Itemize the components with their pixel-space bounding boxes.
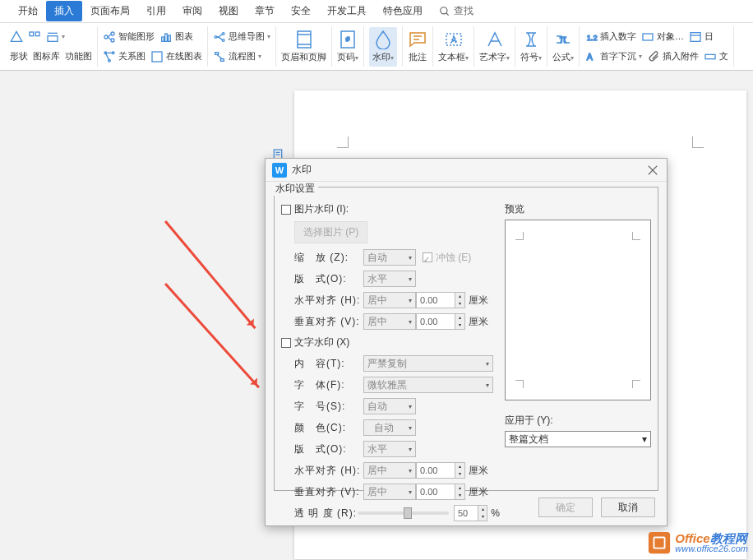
ribbon-date[interactable]: 日 xyxy=(689,30,714,44)
tab-view[interactable]: 视图 xyxy=(210,1,247,21)
halign1-spinner[interactable]: 0.00 xyxy=(416,292,455,308)
spin-buttons[interactable]: ▴▾ xyxy=(455,462,465,479)
layout2-label: 版 式(O): xyxy=(294,442,363,456)
menu-tabs: 开始 插入 页面布局 引用 审阅 视图 章节 安全 开发工具 特色应用 查找 xyxy=(0,0,753,23)
ribbon-textfield[interactable]: 文 xyxy=(704,50,728,63)
ribbon-comment[interactable]: 批注 xyxy=(408,27,427,67)
halign1-select[interactable]: 居中▾ xyxy=(363,292,416,308)
content-select[interactable]: 严禁复制▾ xyxy=(363,355,493,372)
tab-special[interactable]: 特色应用 xyxy=(375,1,431,21)
fieldset-label: 水印设置 xyxy=(272,182,318,196)
ribbon-object[interactable]: 对象… xyxy=(641,30,684,44)
comment-icon xyxy=(408,30,427,49)
tab-insert[interactable]: 插入 xyxy=(46,1,82,21)
tab-layout[interactable]: 页面布局 xyxy=(82,1,138,21)
svg-point-23 xyxy=(222,39,224,41)
spin-buttons[interactable]: ▴▾ xyxy=(478,505,487,521)
ribbon-textbox[interactable]: A文本框▾ xyxy=(438,27,469,67)
ribbon-shapes[interactable] xyxy=(10,30,23,44)
halign2-spinner[interactable]: 0.00 xyxy=(416,462,455,479)
apply-to-label: 应用于 (Y): xyxy=(505,414,651,428)
search-box[interactable]: 查找 xyxy=(439,4,474,18)
func-icon xyxy=(46,30,59,44)
pagenum-icon: # xyxy=(338,30,358,49)
cancel-button[interactable]: 取消 xyxy=(601,498,655,517)
valign1-spinner[interactable]: 0.00 xyxy=(416,313,455,330)
ok-button[interactable]: 确定 xyxy=(538,498,593,517)
ribbon-watermark[interactable]: 水印▾ xyxy=(369,27,397,67)
fontsize-select[interactable]: 自动▾ xyxy=(363,398,416,414)
text-watermark-checkbox[interactable] xyxy=(281,338,291,348)
svg-line-19 xyxy=(105,53,109,60)
erode-checkbox[interactable]: ✓ xyxy=(423,252,432,262)
tab-chapter[interactable]: 章节 xyxy=(247,1,283,21)
svg-rect-27 xyxy=(298,31,311,48)
tab-security[interactable]: 安全 xyxy=(283,1,319,21)
tab-reference[interactable]: 引用 xyxy=(138,1,174,21)
halign2-select[interactable]: 居中▾ xyxy=(363,462,416,479)
image-watermark-checkbox[interactable] xyxy=(281,205,291,215)
ribbon-relation[interactable]: 关系图 xyxy=(103,50,146,63)
opacity-spinner[interactable]: 50 xyxy=(454,505,478,521)
ribbon-headerfooter[interactable]: 页眉和页脚 xyxy=(281,27,326,67)
office-logo-icon xyxy=(647,530,672,555)
ribbon-smartart[interactable]: 智能图形 xyxy=(103,30,155,44)
ribbon-funcchart-label[interactable]: 功能图 xyxy=(65,50,92,62)
ribbon-wordart[interactable]: 艺术字▾ xyxy=(479,27,510,67)
zoom-select[interactable]: 自动▾ xyxy=(363,249,416,266)
spin-buttons[interactable]: ▴▾ xyxy=(455,292,465,308)
ribbon-iconlib[interactable] xyxy=(28,30,41,44)
halign2-label: 水平对齐 (H): xyxy=(294,464,363,478)
ribbon-symbol[interactable]: 符号▾ xyxy=(520,27,542,67)
svg-point-9 xyxy=(111,39,114,42)
preview-box xyxy=(505,220,651,400)
ribbon-chart[interactable]: 图表 xyxy=(159,30,193,44)
tab-devtools[interactable]: 开发工具 xyxy=(319,1,375,21)
ribbon-formula[interactable]: π公式▾ xyxy=(552,27,574,67)
ribbon-flowchart[interactable]: 流程图▾ xyxy=(213,50,261,63)
svg-rect-5 xyxy=(48,35,58,41)
select-image-button[interactable]: 选择图片 (P) xyxy=(294,221,367,243)
ribbon-mindmap[interactable]: 思维导图▾ xyxy=(213,30,270,44)
svg-rect-42 xyxy=(705,54,715,58)
spin-buttons[interactable]: ▴▾ xyxy=(455,484,465,500)
ribbon-iconlib-label[interactable]: 图标库 xyxy=(33,50,60,62)
site-watermark-logo: Office教程网 www.office26.com xyxy=(647,530,748,555)
ribbon-pagenumber[interactable]: #页码▾ xyxy=(337,27,358,67)
ribbon-onlinechart[interactable]: 在线图表 xyxy=(150,50,202,63)
valign2-select[interactable]: 居中▾ xyxy=(363,484,416,500)
search-icon xyxy=(439,6,450,17)
ribbon-funcchart[interactable]: ▾ xyxy=(46,30,65,44)
color-select[interactable]: 自动▾ xyxy=(363,419,416,436)
ribbon-shapes-label[interactable]: 形状 xyxy=(10,50,28,62)
annotation-arrow xyxy=(164,220,256,329)
valign2-spinner[interactable]: 0.00 xyxy=(416,484,455,500)
layout1-select[interactable]: 水平▾ xyxy=(363,271,416,287)
svg-rect-50 xyxy=(655,538,664,547)
close-icon[interactable] xyxy=(645,163,660,178)
valign1-select[interactable]: 居中▾ xyxy=(363,313,416,330)
erode-label: 冲蚀 (E) xyxy=(436,251,471,265)
ribbon-attachment[interactable]: 插入附件 xyxy=(647,50,699,63)
tab-start[interactable]: 开始 xyxy=(10,1,46,21)
spin-buttons[interactable]: ▴▾ xyxy=(455,313,465,330)
opacity-slider[interactable] xyxy=(358,511,449,515)
formula-icon: π xyxy=(553,30,573,49)
apply-to-select[interactable]: 整篇文档▾ xyxy=(505,431,651,447)
svg-rect-13 xyxy=(165,34,168,41)
ribbon-dropcap[interactable]: A首字下沉▾ xyxy=(584,50,642,63)
number-icon: 1.2 xyxy=(584,30,598,44)
svg-point-7 xyxy=(104,35,108,39)
ribbon-insertnumber[interactable]: 1.2插入数字 xyxy=(584,30,636,44)
icons-icon xyxy=(28,30,41,44)
svg-line-1 xyxy=(446,12,449,15)
svg-rect-24 xyxy=(215,52,219,54)
relation-icon xyxy=(103,50,116,63)
ribbon-toolbar: ▾ 形状 图标库 功能图 智能图形 图表 关系图 在线图表 思维导图▾ 流程图▾… xyxy=(0,23,753,71)
tab-review[interactable]: 审阅 xyxy=(174,1,210,21)
svg-point-22 xyxy=(222,32,224,35)
svg-rect-3 xyxy=(30,32,34,36)
layout2-select[interactable]: 水平▾ xyxy=(363,441,416,457)
font-select[interactable]: 微软雅黑▾ xyxy=(363,377,493,393)
dialog-titlebar[interactable]: W 水印 xyxy=(266,159,667,182)
